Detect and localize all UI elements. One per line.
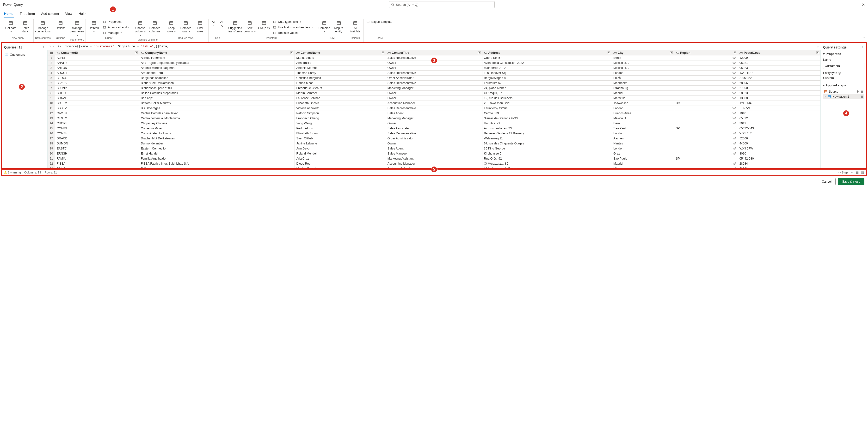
table-row[interactable]: 22FISSAFISSA Fabrica Inter. Salchichas S… <box>48 161 821 166</box>
table-row[interactable]: 5BERGSBerglunds snabbköpChristina Berglu… <box>48 76 821 81</box>
grid-view-icon[interactable]: ▦ <box>856 171 859 174</box>
filter-dropdown-icon[interactable]: ▾ <box>734 51 736 54</box>
ribbon-btn-export-template[interactable]: Export template <box>365 19 394 25</box>
table-row[interactable]: 18DUMONDu monde entierJanine LabruneOwne… <box>48 141 821 146</box>
table-row[interactable]: 3ANTONAntonio Moreno TaqueríaAntonio Mor… <box>48 66 821 71</box>
column-header-city[interactable]: ACCity▾ <box>612 50 674 56</box>
table-row[interactable]: 10BOTTMBottom-Dollar MarketsElizabeth Li… <box>48 101 821 106</box>
step-source[interactable]: Source ⚙ ▤ <box>823 89 864 94</box>
formula-text[interactable]: Source{[Name = "Customers", Signature = … <box>64 44 815 49</box>
close-button[interactable]: ✕ <box>861 2 866 7</box>
row-number[interactable]: 11 <box>48 106 55 111</box>
tab-view[interactable]: View <box>65 9 73 18</box>
text-type-icon[interactable]: AC <box>296 51 300 55</box>
row-number[interactable]: 15 <box>48 126 55 131</box>
filter-dropdown-icon[interactable]: ▾ <box>135 51 138 54</box>
sort-asc-button[interactable]: A↓Z <box>210 19 217 29</box>
filter-dropdown-icon[interactable]: ▾ <box>608 51 610 54</box>
row-number[interactable]: 7 <box>48 85 55 91</box>
tab-home[interactable]: Home <box>4 9 14 18</box>
ribbon-btn-replace-values[interactable]: Replace values <box>272 30 314 35</box>
row-number[interactable]: 2 <box>48 61 55 66</box>
row-number[interactable]: 14 <box>48 121 55 126</box>
column-header-contacttitle[interactable]: ACContactTitle▾ <box>386 50 482 56</box>
ribbon-btn-split-column[interactable]: Split column ▾ <box>243 19 256 34</box>
table-row[interactable]: 19EASTCEastern ConnectionAnn DevonSales … <box>48 146 821 151</box>
table-row[interactable]: 20ERNSHErnst HandelRoland MendelSales Ma… <box>48 151 821 156</box>
ribbon-btn-choose-columns[interactable]: Choose columns ▾ <box>133 19 147 38</box>
row-number[interactable]: 19 <box>48 146 55 151</box>
ribbon-btn-advanced-editor[interactable]: Advanced editor <box>102 25 130 30</box>
warning-indicator[interactable]: ⚠ 1 warning <box>4 171 21 174</box>
row-number[interactable]: 13 <box>48 116 55 121</box>
row-number[interactable]: 21 <box>48 156 55 161</box>
ribbon-btn-keep-rows[interactable]: Keep rows ▾ <box>164 19 178 34</box>
row-number[interactable]: 5 <box>48 76 55 81</box>
text-type-icon[interactable]: AC <box>388 51 391 55</box>
ribbon-btn-enter-data[interactable]: Enter data <box>19 19 32 34</box>
text-type-icon[interactable]: AC <box>676 51 679 55</box>
table-row[interactable]: 11BSBEVB's BeveragesVictoria AshworthSal… <box>48 106 821 111</box>
ribbon-btn-remove-rows[interactable]: Remove rows ▾ <box>179 19 192 34</box>
query-name-input[interactable] <box>823 63 864 69</box>
row-number[interactable]: 10 <box>48 101 55 106</box>
ribbon-btn-data-type-text[interactable]: Data type: Text▾ <box>272 19 314 25</box>
delete-step-icon[interactable]: ✕ <box>824 95 826 98</box>
text-type-icon[interactable]: AC <box>613 51 617 55</box>
collapse-ribbon-button[interactable]: ⌃ <box>863 36 865 40</box>
collapse-settings-icon[interactable]: 〉 <box>862 45 864 49</box>
ribbon-btn-map-to-entity[interactable]: Map to entity <box>332 19 345 34</box>
ribbon-btn-properties[interactable]: Properties <box>102 19 130 25</box>
database-icon[interactable]: ▤ <box>861 95 863 98</box>
properties-header[interactable]: ▾ Properties <box>823 51 864 57</box>
query-item-customers[interactable]: Customers <box>4 51 45 57</box>
schema-view-icon[interactable]: ▥ <box>861 171 864 174</box>
column-header-region[interactable]: ACRegion▾ <box>674 50 738 56</box>
text-type-icon[interactable]: AC <box>141 51 144 55</box>
ribbon-btn-refresh[interactable]: Refresh ▾ <box>87 19 101 34</box>
formula-cancel-icon[interactable]: ✕ <box>49 44 51 48</box>
tab-help[interactable]: Help <box>78 9 86 18</box>
search-box[interactable]: Search (Alt + Q) <box>389 1 495 8</box>
tab-transform[interactable]: Transform <box>19 9 35 18</box>
table-row[interactable]: 9BONAPBon app'Laurence LebihanOwner12, r… <box>48 96 821 101</box>
ribbon-btn-use-first-row-as-headers[interactable]: Use first row as headers▾ <box>272 25 314 30</box>
row-number[interactable]: 1 <box>48 56 55 61</box>
filter-dropdown-icon[interactable]: ▾ <box>816 51 819 54</box>
row-number[interactable]: 9 <box>48 96 55 101</box>
row-number[interactable]: 22 <box>48 161 55 166</box>
ribbon-btn-suggested-transforms[interactable]: Suggested transforms <box>228 19 242 34</box>
row-number[interactable]: 12 <box>48 111 55 116</box>
table-row[interactable]: 16CONSHConsolidated HoldingsElizabeth Br… <box>48 131 821 136</box>
collapse-queries-icon[interactable]: 〈 <box>41 45 44 49</box>
table-row[interactable]: 14CHOPSChop-suey ChineseYang WangOwnerHa… <box>48 121 821 126</box>
ribbon-btn-ai-insights[interactable]: AI insights <box>349 19 362 34</box>
table-row[interactable]: 21FAMIAFamilia ArquibaldoAria CruzMarket… <box>48 156 821 161</box>
text-type-icon[interactable]: AC <box>484 51 487 55</box>
table-row[interactable]: 15COMMIComércio MineiroPedro AfonsoSales… <box>48 126 821 131</box>
filter-dropdown-icon[interactable]: ▾ <box>290 51 293 54</box>
cancel-button[interactable]: Cancel <box>818 178 836 185</box>
table-row[interactable]: 8BOLIDBólido Comidas preparadasMartín So… <box>48 91 821 96</box>
table-corner[interactable]: ▦ <box>48 50 55 56</box>
row-number[interactable]: 4 <box>48 71 55 76</box>
database-icon[interactable]: ▤ <box>861 90 863 93</box>
column-header-postalcode[interactable]: ACPostalCode▾ <box>738 50 820 56</box>
expand-formula-icon[interactable]: ⌄ <box>817 45 819 48</box>
tab-add-column[interactable]: Add column <box>40 9 59 18</box>
data-grid[interactable]: 3 ▦ACCustomerID▾ACCompanyName▾ACContactN… <box>47 50 821 168</box>
row-number[interactable]: 20 <box>48 151 55 156</box>
filter-dropdown-icon[interactable]: ▾ <box>670 51 673 54</box>
step-button[interactable]: ▭ Step <box>838 171 848 174</box>
row-number[interactable]: 6 <box>48 81 55 85</box>
diagram-view-icon[interactable]: ⫘ <box>850 171 854 174</box>
sort-desc-button[interactable]: Z↓A <box>218 19 225 29</box>
table-row[interactable]: 7BLONPBlondesddsl père et filsFrédérique… <box>48 85 821 91</box>
filter-dropdown-icon[interactable]: ▾ <box>478 51 481 54</box>
column-header-customerid[interactable]: ACCustomerID▾ <box>55 50 140 56</box>
row-number[interactable]: 17 <box>48 136 55 141</box>
ribbon-btn-combine[interactable]: Combine ▾ <box>318 19 331 34</box>
ribbon-btn-manage-connections[interactable]: Manage connections <box>36 19 50 34</box>
row-number[interactable]: 3 <box>48 66 55 71</box>
save-close-button[interactable]: Save & close <box>838 178 864 185</box>
